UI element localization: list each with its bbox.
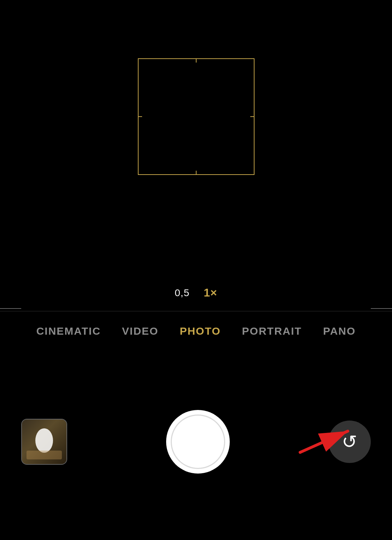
focus-box[interactable] bbox=[138, 58, 254, 175]
focus-tick-bottom bbox=[196, 171, 197, 175]
focus-tick-top bbox=[196, 58, 197, 63]
shutter-inner bbox=[171, 415, 225, 469]
mode-cinematic[interactable]: CINEMATIC bbox=[26, 318, 111, 344]
zoom-controls: 0,5 1× bbox=[175, 286, 217, 299]
divider-line bbox=[0, 311, 392, 311]
mode-portrait[interactable]: PORTRAIT bbox=[232, 318, 312, 344]
photo-thumbnail[interactable] bbox=[21, 419, 67, 465]
mode-selector: CINEMATIC VIDEO PHOTO PORTRAIT PANO bbox=[0, 318, 392, 344]
zoom-05-button[interactable]: 0,5 bbox=[175, 287, 189, 299]
mode-video[interactable]: VIDEO bbox=[111, 318, 169, 344]
zoom-1x-button[interactable]: 1× bbox=[204, 286, 217, 299]
mode-pano[interactable]: PANO bbox=[312, 318, 366, 344]
thumb-detail bbox=[27, 451, 62, 459]
divider-right bbox=[371, 308, 392, 309]
thumb-oval bbox=[35, 428, 53, 453]
svg-line-1 bbox=[300, 431, 348, 452]
viewfinder bbox=[0, 0, 392, 304]
shutter-button[interactable] bbox=[166, 410, 230, 474]
thumbnail-image bbox=[22, 419, 66, 464]
red-arrow-indicator bbox=[293, 413, 364, 459]
mode-photo[interactable]: PHOTO bbox=[169, 318, 231, 344]
divider-left bbox=[0, 308, 21, 309]
focus-tick-left bbox=[138, 116, 142, 117]
focus-tick-right bbox=[250, 116, 254, 117]
